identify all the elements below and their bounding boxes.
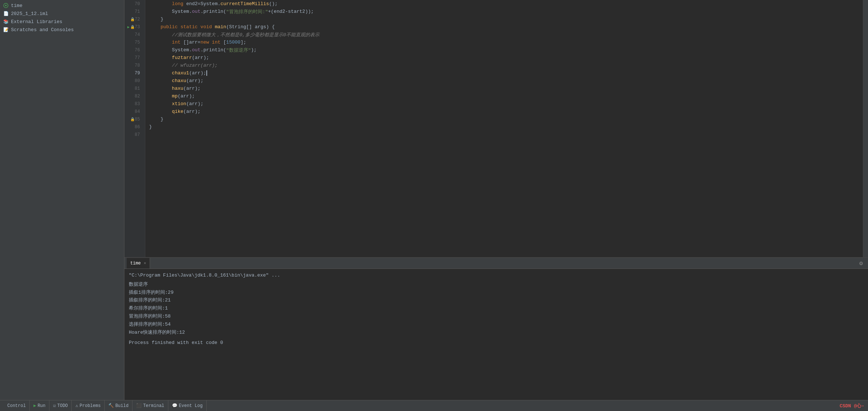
code-lines[interactable]: long end2=System.currentTimeMillis(); Sy…: [145, 0, 863, 257]
code-line-81[interactable]: haxu(arr);: [149, 85, 863, 92]
status-event-log-btn[interactable]: 💬 Event Log: [168, 400, 207, 411]
line-num-text: 71: [135, 9, 140, 14]
console-output-line: 冒泡排序的时间:58: [129, 313, 864, 321]
status-bar-left: Control ▶ Run ☑ TODO ⚠ Problems 🔨 Build …: [4, 400, 207, 411]
console-tab-time[interactable]: time ×: [127, 258, 150, 269]
settings-button[interactable]: ⚙: [856, 258, 866, 269]
line-number-81: 81: [127, 85, 142, 92]
lock-icon: 🔒: [130, 17, 135, 22]
code-line-72[interactable]: }: [149, 15, 863, 23]
line-num-text: 79: [135, 71, 140, 76]
status-run-btn[interactable]: ▶ Run: [30, 400, 49, 411]
line-num-text: 73: [135, 25, 140, 30]
status-build-btn[interactable]: 🔨 Build: [105, 400, 132, 411]
line-number-84: 84: [127, 108, 142, 115]
sidebar-item-iml[interactable]: 📄 2025_1_12.iml: [0, 10, 124, 18]
line-num-text: 82: [135, 94, 140, 99]
code-line-82[interactable]: mp(arr);: [149, 92, 863, 100]
code-line-75[interactable]: int []arr=new int [15000];: [149, 38, 863, 46]
line-number-71: 71: [127, 8, 142, 15]
console-output: 数据逆序插叙1排序的时间:29插叙排序的时间:21希尔排序的时间:1冒泡排序的时…: [129, 281, 864, 337]
code-line-80[interactable]: chaxu(arr);: [149, 77, 863, 85]
line-num-text: 86: [135, 125, 140, 130]
sidebar-item-libraries[interactable]: 📚 External Libraries: [0, 18, 124, 26]
line-number-75: 75: [127, 38, 142, 46]
run-triangle-icon: ▶: [33, 403, 36, 408]
code-container: 7071🔒72▶🔒737475767778798081828384🔒858687…: [124, 0, 868, 257]
scratch-icon: 📝: [3, 27, 9, 33]
code-line-76[interactable]: System.out.println("数据逆序");: [149, 46, 863, 54]
sidebar-item-scratches[interactable]: 📝 Scratches and Consoles: [0, 26, 124, 34]
console-content: "C:\Program Files\Java\jdk1.8.0_161\bin\…: [124, 269, 868, 400]
console-output-line: 选择排序的时间:54: [129, 321, 864, 329]
sidebar-item-time-label: time: [11, 3, 22, 8]
code-line-73[interactable]: public static void main(String[] args) {: [149, 23, 863, 31]
terminal-icon: ⬛: [136, 403, 142, 408]
close-icon[interactable]: ×: [144, 261, 146, 266]
line-number-77: 77: [127, 54, 142, 62]
line-num-text: 75: [135, 40, 140, 45]
line-number-73: ▶🔒73: [127, 23, 142, 31]
console-tab-time-label: time: [130, 261, 141, 266]
line-number-74: 74: [127, 31, 142, 38]
line-number-80: 80: [127, 77, 142, 85]
sidebar-item-iml-label: 2025_1_12.iml: [11, 11, 48, 16]
todo-label: TODO: [57, 403, 68, 408]
clock-icon: [3, 3, 9, 8]
code-line-85[interactable]: }: [149, 115, 863, 123]
console-path: "C:\Program Files\Java\jdk1.8.0_161\bin\…: [129, 272, 864, 279]
event-log-label: Event Log: [179, 403, 203, 408]
line-num-text: 77: [135, 55, 140, 60]
status-todo-btn[interactable]: ☑ TODO: [49, 400, 72, 411]
line-num-text: 72: [135, 17, 140, 22]
run-label: Run: [38, 403, 46, 408]
main-area: time 📄 2025_1_12.iml 📚 External Librarie…: [0, 0, 868, 400]
line-number-79: 79: [127, 69, 142, 77]
sidebar: time 📄 2025_1_12.iml 📚 External Librarie…: [0, 0, 124, 400]
line-num-text: 81: [135, 86, 140, 91]
code-line-83[interactable]: xtion(arr);: [149, 100, 863, 108]
csdn-logo: CSDN @心-: [839, 403, 864, 409]
line-num-text: 74: [135, 32, 140, 37]
code-line-79[interactable]: chaxu1(arr);: [149, 69, 863, 77]
code-line-70[interactable]: long end2=System.currentTimeMillis();: [149, 0, 863, 8]
file-icon: 📄: [3, 11, 9, 16]
code-line-87[interactable]: [149, 131, 863, 138]
line-number-86: 86: [127, 123, 142, 131]
build-label: Build: [115, 403, 128, 408]
console-output-line: 插叙排序的时间:21: [129, 297, 864, 304]
line-number-85: 🔒85: [127, 115, 142, 123]
code-line-78[interactable]: // wfuzarr(arr);: [149, 62, 863, 69]
run-gutter-icon[interactable]: ▶: [127, 25, 130, 29]
line-num-text: 80: [135, 78, 140, 84]
status-control-btn[interactable]: Control: [4, 400, 30, 411]
line-number-70: 70: [127, 0, 142, 8]
console-output-line: 希尔排序的时间:1: [129, 305, 864, 312]
console-exit: Process finished with exit code 0: [129, 339, 864, 347]
line-num-text: 78: [135, 63, 140, 68]
svg-point-1: [5, 5, 7, 6]
status-bar: Control ▶ Run ☑ TODO ⚠ Problems 🔨 Build …: [0, 400, 868, 411]
line-num-text: 76: [135, 48, 140, 53]
lock-icon: 🔒: [130, 25, 135, 29]
line-numbers: 7071🔒72▶🔒737475767778798081828384🔒858687: [124, 0, 145, 257]
line-num-text: 85: [135, 117, 140, 122]
todo-check-icon: ☑: [53, 403, 56, 408]
problems-icon: ⚠: [75, 403, 78, 408]
code-line-84[interactable]: qike(arr);: [149, 108, 863, 115]
terminal-label: Terminal: [143, 403, 164, 408]
code-line-71[interactable]: System.out.println("冒泡排序的时间:"+(end2-star…: [149, 8, 863, 15]
line-num-text: 87: [135, 132, 140, 137]
status-problems-btn[interactable]: ⚠ Problems: [72, 400, 105, 411]
code-line-77[interactable]: fuztarr(arr);: [149, 54, 863, 62]
right-scrollbar[interactable]: [863, 0, 868, 257]
editor-area: 7071🔒72▶🔒737475767778798081828384🔒858687…: [124, 0, 868, 400]
code-line-74[interactable]: //测试数据要稍微大，不然都是0,多少毫秒都是显示0不能直观的表示: [149, 31, 863, 38]
status-terminal-btn[interactable]: ⬛ Terminal: [132, 400, 168, 411]
library-icon: 📚: [3, 19, 9, 25]
status-bar-right: CSDN @心-: [839, 403, 864, 409]
code-line-86[interactable]: }: [149, 123, 863, 131]
problems-label: Problems: [80, 403, 101, 408]
sidebar-item-time[interactable]: time: [0, 1, 124, 10]
text-cursor: ;: [203, 70, 207, 76]
